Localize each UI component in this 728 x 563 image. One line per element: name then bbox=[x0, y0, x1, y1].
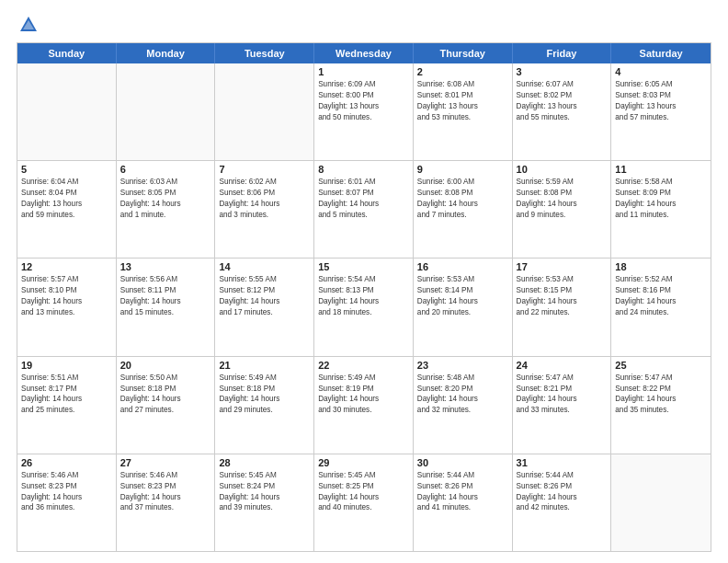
cell-line: Sunset: 8:26 PM bbox=[517, 481, 608, 492]
cell-line: Daylight: 14 hours bbox=[120, 394, 211, 405]
cell-line: and 9 minutes. bbox=[517, 210, 608, 221]
cell-line: Sunset: 8:04 PM bbox=[21, 188, 112, 199]
cell-line: Sunrise: 5:48 AM bbox=[417, 373, 508, 384]
cell-line: and 3 minutes. bbox=[219, 210, 310, 221]
cell-line: Sunset: 8:24 PM bbox=[219, 481, 310, 492]
cell-line: Daylight: 14 hours bbox=[318, 492, 409, 503]
calendar-cell: 24Sunrise: 5:47 AMSunset: 8:21 PMDayligh… bbox=[513, 357, 612, 454]
cell-line: Daylight: 14 hours bbox=[120, 296, 211, 307]
cell-line: Sunset: 8:16 PM bbox=[615, 285, 707, 296]
calendar-cell: 15Sunrise: 5:54 AMSunset: 8:13 PMDayligh… bbox=[314, 259, 414, 355]
calendar-body: 1Sunrise: 6:09 AMSunset: 8:00 PMDaylight… bbox=[17, 63, 711, 551]
cell-line: Sunrise: 5:57 AM bbox=[21, 274, 112, 285]
cell-line: Sunrise: 6:04 AM bbox=[21, 177, 112, 188]
cell-line: Sunset: 8:03 PM bbox=[615, 90, 707, 101]
day-number: 12 bbox=[21, 261, 112, 272]
cell-line: Sunrise: 5:45 AM bbox=[318, 470, 409, 481]
calendar-cell: 13Sunrise: 5:56 AMSunset: 8:11 PMDayligh… bbox=[117, 259, 216, 355]
cell-line: and 22 minutes. bbox=[517, 307, 608, 318]
cell-line: and 40 minutes. bbox=[318, 502, 409, 513]
cell-line: Sunset: 8:11 PM bbox=[120, 285, 211, 296]
cell-line: and 1 minute. bbox=[120, 210, 211, 221]
cell-line: Daylight: 14 hours bbox=[517, 296, 608, 307]
cal-header-monday: Monday bbox=[117, 43, 216, 63]
cell-line: Sunrise: 6:01 AM bbox=[318, 177, 409, 188]
calendar-cell: 22Sunrise: 5:49 AMSunset: 8:19 PMDayligh… bbox=[314, 357, 414, 454]
cell-line: Daylight: 14 hours bbox=[219, 394, 310, 405]
day-number: 11 bbox=[615, 164, 707, 175]
cell-line: Sunset: 8:08 PM bbox=[517, 188, 608, 199]
cell-line: Sunrise: 5:44 AM bbox=[417, 470, 508, 481]
cell-line: Daylight: 13 hours bbox=[517, 101, 608, 112]
cell-line: and 20 minutes. bbox=[417, 307, 508, 318]
cell-line: and 15 minutes. bbox=[120, 307, 211, 318]
cell-line: Sunset: 8:13 PM bbox=[318, 285, 409, 296]
cell-line: Daylight: 14 hours bbox=[120, 492, 211, 503]
calendar-cell: 12Sunrise: 5:57 AMSunset: 8:10 PMDayligh… bbox=[17, 259, 117, 355]
cell-line: and 53 minutes. bbox=[417, 112, 508, 123]
cell-line: and 13 minutes. bbox=[21, 307, 112, 318]
calendar-cell bbox=[611, 454, 711, 551]
cell-line: Sunset: 8:12 PM bbox=[219, 285, 310, 296]
calendar-cell: 21Sunrise: 5:49 AMSunset: 8:18 PMDayligh… bbox=[215, 357, 314, 454]
cell-line: Daylight: 14 hours bbox=[318, 394, 409, 405]
cell-line: Sunrise: 5:44 AM bbox=[517, 470, 608, 481]
calendar-cell: 7Sunrise: 6:02 AMSunset: 8:06 PMDaylight… bbox=[215, 161, 314, 258]
logo-icon bbox=[18, 15, 39, 35]
calendar-cell: 5Sunrise: 6:04 AMSunset: 8:04 PMDaylight… bbox=[17, 161, 117, 258]
cell-line: Sunrise: 5:49 AM bbox=[318, 373, 409, 384]
logo bbox=[17, 15, 39, 35]
calendar-week-5: 26Sunrise: 5:46 AMSunset: 8:23 PMDayligh… bbox=[17, 454, 711, 551]
cell-line: Sunrise: 6:08 AM bbox=[417, 79, 508, 90]
cal-header-wednesday: Wednesday bbox=[314, 43, 414, 63]
calendar-cell: 28Sunrise: 5:45 AMSunset: 8:24 PMDayligh… bbox=[215, 454, 314, 551]
day-number: 10 bbox=[517, 164, 608, 175]
calendar-cell: 9Sunrise: 6:00 AMSunset: 8:08 PMDaylight… bbox=[414, 161, 513, 258]
cell-line: and 27 minutes. bbox=[120, 405, 211, 416]
cal-header-saturday: Saturday bbox=[611, 43, 711, 63]
cell-line: Sunrise: 6:02 AM bbox=[219, 177, 310, 188]
cell-line: Daylight: 13 hours bbox=[417, 101, 508, 112]
cell-line: and 11 minutes. bbox=[615, 210, 707, 221]
cell-line: and 55 minutes. bbox=[517, 112, 608, 123]
calendar-week-2: 5Sunrise: 6:04 AMSunset: 8:04 PMDaylight… bbox=[17, 161, 711, 259]
cell-line: and 37 minutes. bbox=[120, 502, 211, 513]
day-number: 9 bbox=[417, 164, 508, 175]
cell-line: Daylight: 14 hours bbox=[219, 492, 310, 503]
calendar-cell: 27Sunrise: 5:46 AMSunset: 8:23 PMDayligh… bbox=[117, 454, 216, 551]
cell-line: Sunrise: 5:54 AM bbox=[318, 274, 409, 285]
calendar-cell: 25Sunrise: 5:47 AMSunset: 8:22 PMDayligh… bbox=[611, 357, 711, 454]
cal-header-sunday: Sunday bbox=[17, 43, 117, 63]
calendar-header: SundayMondayTuesdayWednesdayThursdayFrid… bbox=[17, 43, 711, 63]
cell-line: Sunrise: 5:52 AM bbox=[615, 274, 707, 285]
cell-line: Sunset: 8:06 PM bbox=[219, 188, 310, 199]
cal-header-friday: Friday bbox=[513, 43, 612, 63]
calendar-cell: 3Sunrise: 6:07 AMSunset: 8:02 PMDaylight… bbox=[513, 63, 612, 160]
cell-line: Sunset: 8:25 PM bbox=[318, 481, 409, 492]
calendar-cell: 30Sunrise: 5:44 AMSunset: 8:26 PMDayligh… bbox=[414, 454, 513, 551]
cell-line: Sunrise: 6:03 AM bbox=[120, 177, 211, 188]
cell-line: Daylight: 14 hours bbox=[517, 394, 608, 405]
calendar-week-1: 1Sunrise: 6:09 AMSunset: 8:00 PMDaylight… bbox=[17, 63, 711, 161]
calendar-cell: 8Sunrise: 6:01 AMSunset: 8:07 PMDaylight… bbox=[314, 161, 414, 258]
calendar-cell: 18Sunrise: 5:52 AMSunset: 8:16 PMDayligh… bbox=[611, 259, 711, 355]
cell-line: and 24 minutes. bbox=[615, 307, 707, 318]
cell-line: Daylight: 13 hours bbox=[615, 101, 707, 112]
cell-line: Sunset: 8:01 PM bbox=[417, 90, 508, 101]
cell-line: and 5 minutes. bbox=[318, 210, 409, 221]
cell-line: and 36 minutes. bbox=[21, 502, 112, 513]
day-number: 14 bbox=[219, 261, 310, 272]
cell-line: Daylight: 14 hours bbox=[615, 394, 707, 405]
cell-line: Sunrise: 5:46 AM bbox=[120, 470, 211, 481]
cell-line: and 59 minutes. bbox=[21, 210, 112, 221]
cell-line: and 7 minutes. bbox=[417, 210, 508, 221]
cell-line: and 41 minutes. bbox=[417, 502, 508, 513]
cell-line: Sunset: 8:14 PM bbox=[417, 285, 508, 296]
cell-line: Sunset: 8:09 PM bbox=[615, 188, 707, 199]
cell-line: and 18 minutes. bbox=[318, 307, 409, 318]
day-number: 20 bbox=[120, 360, 211, 371]
day-number: 18 bbox=[615, 261, 707, 272]
day-number: 3 bbox=[517, 66, 608, 77]
calendar-cell: 4Sunrise: 6:05 AMSunset: 8:03 PMDaylight… bbox=[611, 63, 711, 160]
day-number: 31 bbox=[517, 457, 608, 468]
